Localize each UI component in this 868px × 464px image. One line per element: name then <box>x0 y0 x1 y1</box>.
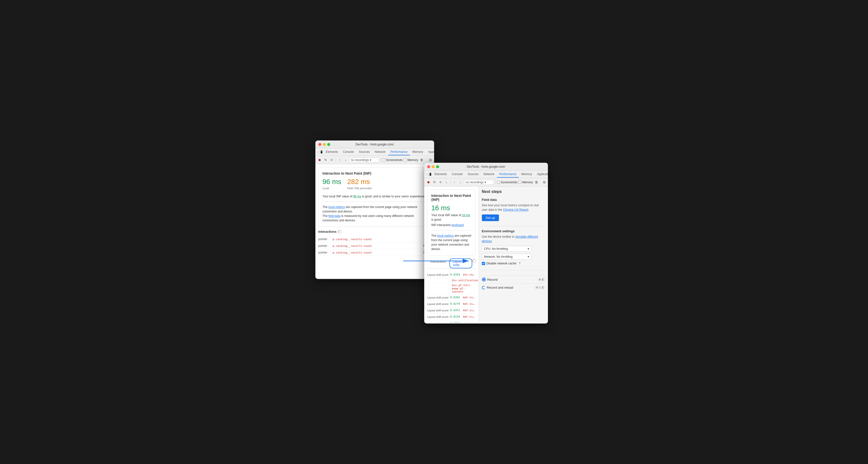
tab-console-2[interactable]: Console <box>450 171 465 178</box>
interactions-info-icon <box>338 230 341 234</box>
home-icon-2[interactable]: ⌂ <box>444 180 449 185</box>
tab-elements-2[interactable]: Elements <box>432 171 450 178</box>
record-icon-1[interactable]: ⏺ <box>317 158 322 162</box>
tab-network-2[interactable]: Network <box>481 171 497 178</box>
tab-elements-1[interactable]: Elements <box>323 149 341 155</box>
shift-sub-0b: div.gf-full-page.gf-content <box>427 283 476 294</box>
devtools-window-1: DevTools - fonts.google.com/ ⬚ 📱 Element… <box>315 141 434 279</box>
inp-field-value: 282 ms <box>347 178 372 186</box>
stop-icon-1[interactable]: ⊘ <box>329 158 334 162</box>
crux-report-link[interactable]: Chrome UX Report <box>503 208 528 212</box>
minimize-button-1[interactable] <box>323 143 326 146</box>
tab-performance-1[interactable]: Performance <box>388 149 410 155</box>
network-setting: Network: No throttling ▾ <box>482 254 545 260</box>
tab-memory-2[interactable]: Memory <box>519 171 534 178</box>
download-icon-2[interactable]: ↓ <box>458 180 463 185</box>
tab-memory-1[interactable]: Memory <box>410 149 426 155</box>
record-reload-shortcut: ⌘ ⇧ E <box>535 286 545 289</box>
screenshots-checkbox-2[interactable]: Screenshots <box>497 181 518 184</box>
interaction-row-1: pointer p.catalog__results-count 96 ms <box>318 243 431 249</box>
inp-desc-2a: Your local INP value of 16 ms is good. <box>431 213 471 222</box>
record-reload-label: Record and reload <box>482 286 513 289</box>
reload-icon <box>482 286 485 289</box>
inspect-icon[interactable]: ⬚ <box>317 150 320 155</box>
tab-sources-1[interactable]: Sources <box>356 149 372 155</box>
upload-icon-2[interactable]: ↑ <box>452 180 457 185</box>
local-metrics-link-1[interactable]: local metrics <box>329 205 345 209</box>
disable-cache-checkbox: Disable network cache ? <box>482 262 545 265</box>
record-shortcut: ⌘ E <box>538 278 545 281</box>
tab-network-1[interactable]: Network <box>372 149 388 155</box>
maximize-button-2[interactable] <box>436 165 439 168</box>
tab-application-1[interactable]: Application <box>426 149 434 155</box>
w2-right-panel: Next steps Field data See how your local… <box>479 186 548 322</box>
layout-shifts-list: Layout shift score: 0.0269 div.notificat… <box>427 272 476 322</box>
interactions-section-title: Interactions <box>318 230 431 234</box>
cpu-setting: CPU: No throttling ▾ <box>482 246 545 252</box>
refresh-icon-1[interactable]: ↻ <box>323 158 328 162</box>
inp-card-2: Interaction to Next Paint (INP) 16 ms Yo… <box>427 189 476 255</box>
maximize-button-1[interactable] <box>327 143 330 146</box>
shift-row-4: Layout shift score: 0.0228 mat-sidenav-c… <box>427 314 476 320</box>
local-metrics-link-2[interactable]: local metrics <box>437 234 454 238</box>
traffic-lights-2 <box>427 165 439 168</box>
cache-help-icon[interactable]: ? <box>519 262 521 265</box>
shifts-info-icon <box>472 259 476 262</box>
screenshots-checkbox-1[interactable]: Screenshots <box>382 158 403 162</box>
tab-layout-shifts[interactable]: Layout shifts <box>450 258 472 268</box>
inp-desc-2b: The local metrics are captured from the … <box>431 234 471 251</box>
field-data-link-1[interactable]: field data <box>329 214 341 218</box>
garbage-icon-2[interactable]: 🗑 <box>534 180 539 185</box>
device-icon-2[interactable]: 📱 <box>429 172 432 177</box>
download-icon-1[interactable]: ↓ <box>343 158 348 162</box>
shift-row-1: Layout shift score: 0.0282 mat-sidenav-c… <box>427 294 476 301</box>
settings-icon-4[interactable]: ⚙ <box>543 180 546 184</box>
field-data-desc: See how your local metrics compare to re… <box>482 203 545 212</box>
memory-checkbox-1[interactable]: Memory <box>403 158 418 162</box>
tab-console-1[interactable]: Console <box>341 149 356 155</box>
record-circle-icon <box>482 278 486 281</box>
field-data-title: Field data <box>482 198 545 202</box>
record-section: Record ⌘ E Record and reload ⌘ ⇧ E <box>482 275 545 291</box>
device-icon[interactable]: 📱 <box>320 150 323 155</box>
minimize-button-2[interactable] <box>432 165 435 168</box>
upload-icon-1[interactable]: ↑ <box>337 158 342 162</box>
next-steps-title: Next steps <box>482 189 545 194</box>
toolbar2-2: ⏺ ↻ ⊘ ⌂ ↑ ↓ no recordings ▾ Screenshots … <box>424 178 548 186</box>
inp-title-2: Interaction to Next Paint (INP) <box>431 194 471 202</box>
memory-checkbox-2[interactable]: Memory <box>518 181 533 184</box>
record-icon-2[interactable]: ⏺ <box>426 180 431 185</box>
shift-row-5: Layout shift score: 0.0203 mat-sidenav-c… <box>427 320 476 322</box>
simulate-devices-link[interactable]: simulate different devices <box>482 235 538 243</box>
titlebar-1: DevTools - fonts.google.com/ <box>315 141 434 148</box>
disable-cache-input[interactable] <box>482 262 485 265</box>
close-button-2[interactable] <box>427 165 430 168</box>
network-select[interactable]: Network: No throttling ▾ <box>482 254 531 260</box>
inspect-icon-2[interactable]: ⬚ <box>426 172 429 177</box>
inp-value-link[interactable]: 96 ms <box>353 195 362 198</box>
recording-select-1[interactable]: no recordings ▾ <box>349 158 379 162</box>
stop-icon-2[interactable]: ⊘ <box>438 180 443 185</box>
tab-performance-2[interactable]: Performance <box>497 171 519 178</box>
keyboard-link[interactable]: keyboard <box>452 223 464 227</box>
inp-metrics-row: 96 ms Local 282 ms Field 75th percentile <box>322 178 427 192</box>
inp-16ms-link[interactable]: 16 ms <box>462 213 470 217</box>
inp-value-2: 16 ms <box>431 204 471 212</box>
inp-description-1: Your local INP value of 96 ms is good, a… <box>322 194 427 198</box>
w2-content: Interaction to Next Paint (INP) 16 ms Yo… <box>424 186 548 322</box>
close-button-1[interactable] <box>318 143 321 146</box>
record-reload-row: Record and reload ⌘ ⇧ E <box>482 283 545 291</box>
tab-interactions[interactable]: Interactions <box>427 258 450 268</box>
inp-local-value: 96 ms <box>322 178 341 186</box>
refresh-icon-2[interactable]: ↻ <box>432 180 437 185</box>
setup-button[interactable]: Set up <box>482 214 499 221</box>
cpu-select[interactable]: CPU: No throttling ▾ <box>482 246 531 252</box>
divider-2 <box>431 230 471 230</box>
devtools-window-2: DevTools - fonts.google.com/ ⬚ 📱 Element… <box>424 163 548 323</box>
garbage-icon-1[interactable]: 🗑 <box>419 158 424 162</box>
tab-sources-2[interactable]: Sources <box>465 171 481 178</box>
recording-select-2[interactable]: no recordings ▾ <box>464 180 494 185</box>
tab-application-2[interactable]: Application <box>534 171 548 178</box>
sep-2 <box>380 158 381 162</box>
settings-icon-2[interactable]: ⚙ <box>429 158 432 162</box>
